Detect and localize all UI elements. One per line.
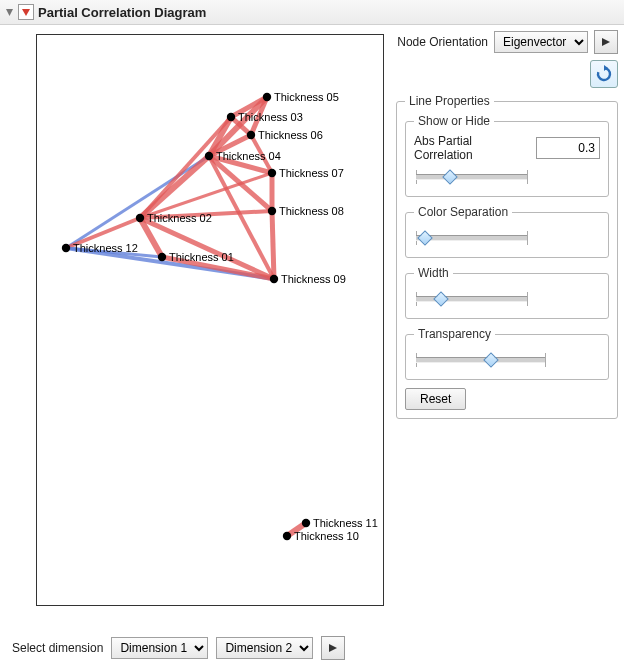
dimension-1-select[interactable]: Dimension 1	[111, 637, 208, 659]
correlation-graph[interactable]: Thickness 01Thickness 02Thickness 03Thic…	[36, 34, 384, 606]
svg-marker-2	[602, 38, 610, 46]
transparency-legend: Transparency	[414, 327, 495, 341]
graph-node[interactable]	[136, 214, 144, 222]
line-properties-legend: Line Properties	[405, 94, 494, 108]
graph-edge	[272, 211, 274, 279]
show-hide-group: Show or Hide Abs Partial Correlation	[405, 114, 609, 197]
run-arrow-button[interactable]	[321, 636, 345, 660]
slider-thumb-icon[interactable]	[442, 169, 458, 185]
width-slider[interactable]	[416, 290, 528, 308]
graph-node[interactable]	[62, 244, 70, 252]
graph-node-label: Thickness 04	[216, 150, 281, 162]
transparency-group: Transparency	[405, 327, 609, 380]
graph-node[interactable]	[227, 113, 235, 121]
graph-node-label: Thickness 06	[258, 129, 323, 141]
graph-node-label: Thickness 05	[274, 91, 339, 103]
graph-node-label: Thickness 01	[169, 251, 234, 263]
panel-header: Partial Correlation Diagram	[0, 0, 624, 25]
graph-node[interactable]	[158, 253, 166, 261]
reload-icon[interactable]	[590, 60, 618, 88]
node-orientation-select[interactable]: Eigenvector	[494, 31, 588, 53]
graph-node[interactable]	[268, 169, 276, 177]
graph-node[interactable]	[283, 532, 291, 540]
color-separation-legend: Color Separation	[414, 205, 512, 219]
transparency-slider[interactable]	[416, 351, 546, 369]
show-hide-legend: Show or Hide	[414, 114, 494, 128]
graph-node[interactable]	[247, 131, 255, 139]
slider-thumb-icon[interactable]	[417, 230, 433, 246]
graph-node[interactable]	[205, 152, 213, 160]
line-properties-group: Line Properties Show or Hide Abs Partial…	[396, 94, 618, 419]
color-separation-group: Color Separation	[405, 205, 609, 258]
svg-marker-0	[6, 9, 13, 16]
svg-marker-1	[22, 9, 30, 16]
slider-thumb-icon[interactable]	[433, 291, 449, 307]
graph-node-label: Thickness 12	[73, 242, 138, 254]
reset-button[interactable]: Reset	[405, 388, 466, 410]
graph-node[interactable]	[263, 93, 271, 101]
hotspot-menu-icon[interactable]	[18, 4, 34, 20]
run-arrow-button[interactable]	[594, 30, 618, 54]
graph-node-label: Thickness 03	[238, 111, 303, 123]
node-orientation-label: Node Orientation	[397, 35, 488, 49]
graph-node[interactable]	[270, 275, 278, 283]
slider-thumb-icon[interactable]	[484, 352, 500, 368]
graph-node-label: Thickness 02	[147, 212, 212, 224]
abs-partial-correlation-input[interactable]	[536, 137, 600, 159]
dimension-2-select[interactable]: Dimension 2	[216, 637, 313, 659]
graph-node-label: Thickness 09	[281, 273, 346, 285]
graph-node[interactable]	[302, 519, 310, 527]
width-legend: Width	[414, 266, 453, 280]
color-separation-slider[interactable]	[416, 229, 528, 247]
abs-partial-correlation-slider[interactable]	[416, 168, 528, 186]
width-group: Width	[405, 266, 609, 319]
graph-node-label: Thickness 08	[279, 205, 344, 217]
panel-title: Partial Correlation Diagram	[38, 5, 206, 20]
graph-node-label: Thickness 11	[313, 517, 378, 529]
abs-partial-correlation-label: Abs Partial Correlation	[414, 134, 530, 162]
svg-marker-4	[329, 644, 337, 652]
graph-node[interactable]	[268, 207, 276, 215]
select-dimension-label: Select dimension	[12, 641, 103, 655]
graph-node-label: Thickness 10	[294, 530, 359, 542]
graph-node-label: Thickness 07	[279, 167, 344, 179]
disclosure-triangle-icon[interactable]	[4, 7, 14, 17]
